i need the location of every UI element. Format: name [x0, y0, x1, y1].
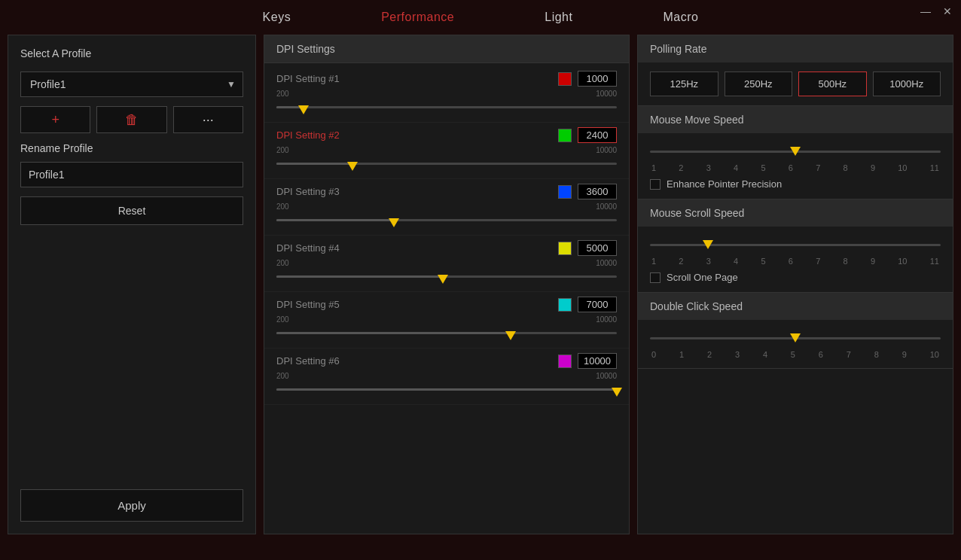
scale-label: 2	[679, 257, 683, 266]
scale-label: 9	[902, 350, 907, 359]
polling-rate-header: Polling Rate	[638, 35, 953, 62]
dpi-color-1[interactable]	[558, 72, 572, 86]
dpi-slider-thumb-1[interactable]	[298, 105, 309, 114]
dpi-value-input-2[interactable]	[578, 127, 617, 143]
close-button[interactable]: ✕	[943, 6, 952, 17]
mouse-move-section: Mouse Move Speed 1234567891011 Enhance P…	[638, 106, 953, 199]
scale-label: 7	[816, 163, 820, 172]
polling-btn-500Hz[interactable]: 500Hz	[798, 72, 867, 96]
dpi-color-5[interactable]	[558, 298, 572, 312]
mouse-move-scale: 1234567891011	[650, 163, 941, 172]
dpi-color-2[interactable]	[558, 129, 572, 142]
dpi-value-input-1[interactable]	[578, 71, 617, 87]
dpi-slider-1[interactable]	[276, 99, 617, 114]
more-options-button[interactable]: ···	[173, 106, 243, 133]
nav-item-light[interactable]: Light	[545, 11, 572, 24]
dpi-right-1	[558, 71, 617, 87]
double-click-slider-thumb[interactable]	[790, 333, 801, 342]
scale-label: 6	[819, 350, 823, 359]
enhance-pointer-checkbox[interactable]	[650, 179, 660, 190]
dpi-right-5	[558, 297, 617, 312]
dpi-item-2: DPI Setting #2 200 10000	[264, 123, 629, 179]
mouse-move-header: Mouse Move Speed	[638, 106, 953, 133]
profile-select[interactable]: Profile1	[20, 72, 243, 97]
dpi-label-4: DPI Setting #4	[276, 242, 340, 254]
mouse-move-body: 1234567891011 Enhance Pointer Precision	[638, 133, 953, 199]
double-click-scale: 012345678910	[650, 350, 941, 359]
dpi-slider-5[interactable]	[276, 325, 617, 340]
dpi-color-3[interactable]	[558, 185, 572, 199]
mouse-scroll-slider-thumb[interactable]	[703, 240, 713, 249]
mouse-scroll-body: 1234567891011 Scroll One Page	[638, 227, 953, 292]
dpi-right-4	[558, 240, 617, 256]
dpi-slider-fill-3	[276, 219, 394, 221]
dpi-slider-fill-2	[276, 163, 352, 165]
scale-label: 11	[930, 163, 939, 172]
dpi-min-6: 200	[276, 372, 289, 380]
scroll-one-page-row: Scroll One Page	[650, 272, 941, 283]
dpi-range-row-1: 200 10000	[276, 90, 617, 98]
add-profile-button[interactable]: +	[20, 106, 90, 133]
dpi-list: DPI Setting #1 200 10000 DPI Setting #2 …	[264, 63, 629, 534]
dpi-slider-fill-6	[276, 388, 617, 391]
scale-label: 5	[791, 350, 795, 359]
reset-button[interactable]: Reset	[20, 196, 243, 225]
scale-label: 0	[651, 350, 656, 359]
scale-label: 5	[761, 257, 765, 266]
dpi-max-6: 10000	[596, 372, 617, 380]
apply-button[interactable]: Apply	[20, 489, 243, 522]
dpi-item-6: DPI Setting #6 200 10000	[264, 348, 629, 405]
scale-label: 1	[651, 163, 656, 172]
nav-item-keys[interactable]: Keys	[263, 11, 291, 24]
dpi-item-1: DPI Setting #1 200 10000	[264, 66, 629, 123]
dpi-settings-header: DPI Settings	[264, 35, 629, 63]
dpi-item-row-6: DPI Setting #6	[276, 353, 617, 369]
scale-label: 10	[898, 163, 907, 172]
polling-btn-1000Hz[interactable]: 1000Hz	[873, 72, 941, 96]
scale-label: 5	[761, 163, 765, 172]
delete-profile-button[interactable]: 🗑	[96, 106, 166, 133]
dpi-range-row-4: 200 10000	[276, 259, 617, 267]
dpi-label-2: DPI Setting #2	[276, 129, 340, 141]
dpi-item-row-1: DPI Setting #1	[276, 71, 617, 87]
dpi-slider-thumb-3[interactable]	[389, 218, 399, 227]
dpi-color-4[interactable]	[558, 242, 572, 255]
dpi-color-6[interactable]	[558, 355, 572, 368]
dpi-value-input-5[interactable]	[578, 297, 617, 312]
polling-btn-125Hz[interactable]: 125Hz	[650, 72, 718, 96]
scale-label: 3	[706, 163, 711, 172]
mouse-move-slider-thumb[interactable]	[790, 147, 801, 156]
dpi-item-row-2: DPI Setting #2	[276, 127, 617, 143]
rename-label: Rename Profile	[20, 142, 243, 154]
dpi-slider-3[interactable]	[276, 212, 617, 227]
dpi-range-row-3: 200 10000	[276, 202, 617, 211]
rename-input[interactable]	[20, 162, 243, 187]
dpi-slider-thumb-2[interactable]	[347, 162, 358, 171]
nav-item-performance[interactable]: Performance	[381, 11, 454, 24]
dpi-label-3: DPI Setting #3	[276, 186, 340, 197]
rename-section: Rename Profile	[20, 142, 243, 187]
polling-rate-buttons: 125Hz250Hz500Hz1000Hz	[650, 72, 941, 96]
scroll-one-page-checkbox[interactable]	[650, 272, 660, 283]
mouse-move-slider-wrap[interactable]	[650, 142, 941, 160]
dpi-slider-thumb-5[interactable]	[505, 331, 516, 340]
dpi-item-5: DPI Setting #5 200 10000	[264, 292, 629, 348]
polling-btn-250Hz[interactable]: 250Hz	[725, 72, 793, 96]
dpi-slider-6[interactable]	[276, 382, 617, 397]
dpi-slider-2[interactable]	[276, 156, 617, 171]
dpi-slider-thumb-4[interactable]	[438, 275, 448, 284]
mouse-scroll-slider-wrap[interactable]	[650, 236, 941, 254]
dpi-slider-4[interactable]	[276, 269, 617, 284]
scale-label: 2	[707, 350, 712, 359]
scroll-one-page-label: Scroll One Page	[667, 272, 738, 283]
dpi-value-input-6[interactable]	[578, 353, 617, 369]
double-click-slider-wrap[interactable]	[650, 329, 941, 347]
minimize-button[interactable]: —	[920, 6, 931, 17]
dpi-max-2: 10000	[596, 146, 617, 154]
dpi-slider-thumb-6[interactable]	[612, 388, 622, 397]
dpi-value-input-3[interactable]	[578, 184, 617, 199]
dpi-slider-fill-4	[276, 275, 443, 278]
nav-item-macro[interactable]: Macro	[663, 11, 698, 24]
dpi-value-input-4[interactable]	[578, 240, 617, 256]
mouse-scroll-section: Mouse Scroll Speed 1234567891011 Scroll …	[638, 199, 953, 293]
